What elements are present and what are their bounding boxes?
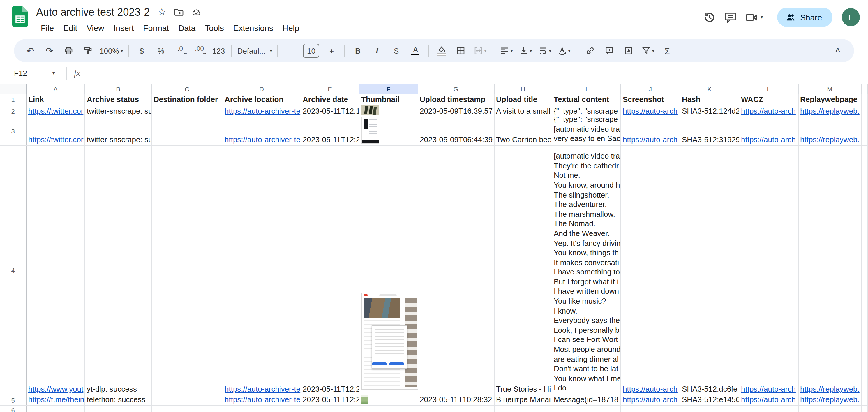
cell-link[interactable]: https://twitter.cor (28, 107, 83, 115)
cell-link[interactable]: https://auto-arch (623, 107, 678, 115)
text-wrap-button[interactable]: ▾ (536, 42, 554, 59)
cell-L2[interactable]: https://auto-arch (739, 106, 798, 117)
redo-icon[interactable]: ↷ (40, 42, 59, 59)
cell-K4[interactable]: SHA3-512:dc6fe (680, 146, 739, 395)
cell-partial-4[interactable] (862, 146, 868, 395)
cell-G3[interactable]: 2023-05-09T06:44:39 (418, 117, 494, 146)
cell-A4[interactable]: https://www.yout (27, 146, 85, 395)
cell-D2[interactable]: https://auto-archiver-te (223, 106, 301, 117)
cell-D3[interactable]: https://auto-archiver-te (223, 117, 301, 146)
column-header-L[interactable]: L (739, 85, 798, 94)
cell-E1[interactable]: Archive date (301, 94, 360, 106)
cell-partial-3[interactable] (862, 117, 868, 146)
row-header-2[interactable]: 2 (0, 106, 27, 117)
column-header-J[interactable]: J (621, 85, 680, 94)
formula-input[interactable] (89, 62, 868, 84)
merge-cells-button[interactable]: ▾ (471, 42, 490, 59)
cell-link[interactable]: https://auto-archiver-te (224, 107, 300, 115)
insert-link-icon[interactable] (581, 42, 600, 59)
cell-link[interactable]: https://t.me/thein (28, 395, 84, 404)
cell-link[interactable]: https://replayweb. (800, 385, 860, 393)
cell-A1[interactable]: Link (27, 94, 85, 106)
cell-link[interactable]: https://auto-archiver-te (224, 395, 300, 404)
cell-A2[interactable]: https://twitter.cor (27, 106, 85, 117)
cell-K6[interactable] (680, 406, 739, 412)
column-header-E[interactable]: E (301, 85, 360, 94)
menu-format[interactable]: Format (138, 22, 174, 34)
cell-M2[interactable]: https://replayweb. (798, 106, 862, 117)
cell-J5[interactable]: https://auto-arch (621, 395, 680, 406)
cell-K1[interactable]: Hash (680, 94, 739, 106)
row-header-3[interactable]: 3 (0, 117, 27, 146)
paint-format-icon[interactable] (79, 42, 97, 59)
text-rotation-button[interactable]: ▾ (555, 42, 574, 59)
zoom-select[interactable]: 100%▾ (98, 42, 125, 59)
cell-B3[interactable]: twitter-snscrape: success (85, 117, 152, 146)
cell-link[interactable]: https://twitter.cor (28, 135, 83, 144)
sheets-logo-icon[interactable] (12, 6, 28, 27)
cell-M6[interactable] (798, 406, 862, 412)
text-color-button[interactable]: A (406, 42, 425, 59)
cell-E4[interactable]: 2023-05-11T12:2 (301, 146, 360, 395)
cell-partial-2[interactable] (862, 106, 868, 117)
meet-join-control[interactable]: ▼ (744, 10, 764, 24)
cell-G5[interactable]: 2023-05-11T10:28:32 (418, 395, 494, 406)
column-header-G[interactable]: G (418, 85, 494, 94)
insert-comment-icon[interactable] (600, 42, 619, 59)
cell-H4[interactable]: True Stories - Hi (494, 146, 552, 395)
column-header-F[interactable]: F (360, 85, 418, 94)
create-filter-button[interactable]: ▾ (639, 42, 657, 59)
cell-F4[interactable] (360, 146, 418, 395)
cell-partial-6[interactable] (862, 406, 868, 412)
cell-A3[interactable]: https://twitter.cor (27, 117, 85, 146)
version-history-icon[interactable] (702, 10, 716, 24)
undo-icon[interactable]: ↶ (21, 42, 40, 59)
menu-data[interactable]: Data (174, 22, 200, 34)
account-avatar[interactable]: L (842, 8, 860, 26)
cell-C6[interactable] (152, 406, 223, 412)
format-currency-button[interactable]: $ (132, 42, 151, 59)
column-header-B[interactable]: B (85, 85, 152, 94)
cell-C3[interactable] (152, 117, 223, 146)
font-select[interactable]: Defaul...▾ (236, 42, 274, 59)
cloud-saved-icon[interactable] (191, 7, 202, 17)
cell-M5[interactable]: https://replayweb. (798, 395, 862, 406)
chevron-down-icon[interactable]: ▼ (51, 70, 56, 76)
cell-partial-5[interactable] (862, 395, 868, 406)
cell-H2[interactable]: A visit to a small (494, 106, 552, 117)
column-header-partial[interactable] (862, 85, 868, 94)
cell-F5[interactable] (360, 395, 418, 406)
cell-C2[interactable] (152, 106, 223, 117)
cell-G6[interactable] (418, 406, 494, 412)
cell-F6[interactable] (360, 406, 418, 412)
cell-link[interactable]: https://replayweb. (800, 395, 860, 404)
cell-A6[interactable] (27, 406, 85, 412)
column-header-K[interactable]: K (680, 85, 739, 94)
cell-B5[interactable]: telethon: success (85, 395, 152, 406)
cell-H6[interactable] (494, 406, 552, 412)
decrease-font-size-button[interactable]: − (282, 42, 300, 59)
cell-B4[interactable]: yt-dlp: success (85, 146, 152, 395)
cell-J3[interactable]: https://auto-arch (621, 117, 680, 146)
format-percent-button[interactable]: % (152, 42, 170, 59)
cell-link[interactable]: https://auto-arch (741, 135, 796, 144)
strikethrough-button[interactable]: S (387, 42, 406, 59)
cell-link[interactable]: https://auto-arch (741, 107, 796, 115)
cell-F1[interactable]: Thumbnail (360, 94, 418, 106)
cell-A5[interactable]: https://t.me/thein (27, 395, 85, 406)
insert-chart-icon[interactable] (620, 42, 638, 59)
select-all-corner[interactable] (0, 85, 27, 94)
cell-link[interactable]: https://replayweb. (800, 107, 860, 115)
menu-view[interactable]: View (82, 22, 108, 34)
vertical-align-button[interactable]: ▾ (517, 42, 535, 59)
cell-J6[interactable] (621, 406, 680, 412)
cell-I1[interactable]: Textual content (552, 94, 621, 106)
cell-L5[interactable]: https://auto-arch (739, 395, 798, 406)
column-header-D[interactable]: D (223, 85, 301, 94)
cell-J2[interactable]: https://auto-arch (621, 106, 680, 117)
cell-link[interactable]: https://auto-arch (623, 395, 678, 404)
cell-E2[interactable]: 2023-05-11T12:1 (301, 106, 360, 117)
cell-I5[interactable]: Message(id=18718 (552, 395, 621, 406)
cell-I6[interactable] (552, 406, 621, 412)
fill-color-button[interactable] (433, 42, 451, 59)
